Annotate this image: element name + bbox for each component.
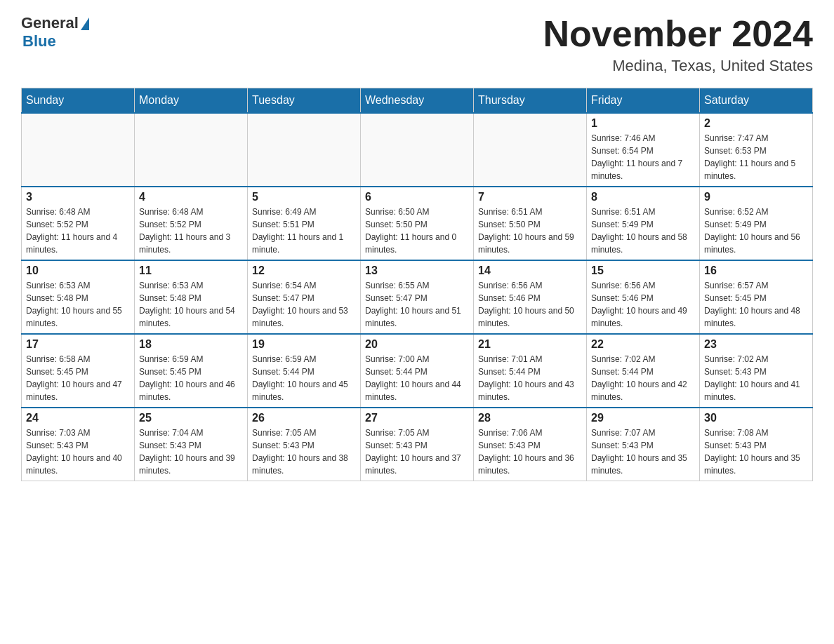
calendar-cell: 14Sunrise: 6:56 AMSunset: 5:46 PMDayligh… — [474, 260, 587, 334]
day-info: Sunrise: 7:05 AMSunset: 5:43 PMDaylight:… — [365, 427, 469, 477]
day-info: Sunrise: 6:59 AMSunset: 5:45 PMDaylight:… — [139, 353, 243, 403]
day-number: 4 — [139, 191, 243, 203]
day-info: Sunrise: 6:49 AMSunset: 5:51 PMDaylight:… — [252, 206, 356, 256]
calendar-cell: 26Sunrise: 7:05 AMSunset: 5:43 PMDayligh… — [248, 408, 361, 481]
day-number: 22 — [591, 338, 695, 351]
day-number: 29 — [591, 412, 695, 424]
day-number: 25 — [139, 412, 243, 424]
calendar-cell: 6Sunrise: 6:50 AMSunset: 5:50 PMDaylight… — [361, 187, 474, 260]
day-info: Sunrise: 6:51 AMSunset: 5:49 PMDaylight:… — [591, 206, 695, 256]
day-number: 7 — [478, 191, 582, 203]
day-info: Sunrise: 6:55 AMSunset: 5:47 PMDaylight:… — [365, 279, 469, 330]
calendar-cell: 13Sunrise: 6:55 AMSunset: 5:47 PMDayligh… — [361, 260, 474, 334]
calendar-cell: 29Sunrise: 7:07 AMSunset: 5:43 PMDayligh… — [587, 408, 700, 481]
calendar-cell — [22, 113, 135, 187]
day-number: 18 — [139, 338, 243, 351]
calendar-cell: 1Sunrise: 7:46 AMSunset: 6:54 PMDaylight… — [587, 113, 700, 187]
calendar-cell: 19Sunrise: 6:59 AMSunset: 5:44 PMDayligh… — [248, 334, 361, 408]
day-number: 11 — [139, 264, 243, 277]
day-info: Sunrise: 7:47 AMSunset: 6:53 PMDaylight:… — [704, 132, 808, 182]
calendar-cell: 17Sunrise: 6:58 AMSunset: 5:45 PMDayligh… — [22, 334, 135, 408]
day-info: Sunrise: 7:01 AMSunset: 5:44 PMDaylight:… — [478, 353, 582, 403]
day-number: 10 — [26, 264, 130, 277]
weekday-header-monday: Monday — [135, 88, 248, 114]
weekday-header-sunday: Sunday — [22, 88, 135, 114]
week-row-5: 24Sunrise: 7:03 AMSunset: 5:43 PMDayligh… — [22, 408, 813, 481]
title-block: November 2024 Medina, Texas, United Stat… — [543, 14, 813, 75]
day-info: Sunrise: 6:50 AMSunset: 5:50 PMDaylight:… — [365, 206, 469, 256]
day-number: 9 — [704, 191, 808, 203]
logo-general-text: General — [21, 14, 79, 32]
day-info: Sunrise: 6:48 AMSunset: 5:52 PMDaylight:… — [26, 206, 130, 256]
day-number: 8 — [591, 191, 695, 203]
day-number: 24 — [26, 412, 130, 424]
weekday-header-wednesday: Wednesday — [361, 88, 474, 114]
weekday-header-saturday: Saturday — [700, 88, 813, 114]
day-info: Sunrise: 7:07 AMSunset: 5:43 PMDaylight:… — [591, 427, 695, 477]
calendar-cell: 11Sunrise: 6:53 AMSunset: 5:48 PMDayligh… — [135, 260, 248, 334]
day-info: Sunrise: 6:53 AMSunset: 5:48 PMDaylight:… — [139, 279, 243, 330]
day-info: Sunrise: 6:59 AMSunset: 5:44 PMDaylight:… — [252, 353, 356, 403]
calendar-cell: 3Sunrise: 6:48 AMSunset: 5:52 PMDaylight… — [22, 187, 135, 260]
logo-triangle-icon — [81, 18, 89, 30]
day-number: 20 — [365, 338, 469, 351]
calendar-cell — [361, 113, 474, 187]
calendar-cell: 7Sunrise: 6:51 AMSunset: 5:50 PMDaylight… — [474, 187, 587, 260]
calendar-title: November 2024 — [543, 14, 813, 54]
calendar-cell: 18Sunrise: 6:59 AMSunset: 5:45 PMDayligh… — [135, 334, 248, 408]
weekday-header-thursday: Thursday — [474, 88, 587, 114]
calendar-cell: 15Sunrise: 6:56 AMSunset: 5:46 PMDayligh… — [587, 260, 700, 334]
day-info: Sunrise: 6:58 AMSunset: 5:45 PMDaylight:… — [26, 353, 130, 403]
day-info: Sunrise: 6:56 AMSunset: 5:46 PMDaylight:… — [591, 279, 695, 330]
calendar-cell: 2Sunrise: 7:47 AMSunset: 6:53 PMDaylight… — [700, 113, 813, 187]
calendar-cell: 24Sunrise: 7:03 AMSunset: 5:43 PMDayligh… — [22, 408, 135, 481]
calendar-cell: 20Sunrise: 7:00 AMSunset: 5:44 PMDayligh… — [361, 334, 474, 408]
calendar-cell: 23Sunrise: 7:02 AMSunset: 5:43 PMDayligh… — [700, 334, 813, 408]
day-number: 17 — [26, 338, 130, 351]
week-row-2: 3Sunrise: 6:48 AMSunset: 5:52 PMDaylight… — [22, 187, 813, 260]
calendar-cell: 9Sunrise: 6:52 AMSunset: 5:49 PMDaylight… — [700, 187, 813, 260]
calendar-header-row: SundayMondayTuesdayWednesdayThursdayFrid… — [22, 88, 813, 114]
day-number: 13 — [365, 264, 469, 277]
day-info: Sunrise: 6:56 AMSunset: 5:46 PMDaylight:… — [478, 279, 582, 330]
day-info: Sunrise: 7:02 AMSunset: 5:44 PMDaylight:… — [591, 353, 695, 403]
day-info: Sunrise: 7:06 AMSunset: 5:43 PMDaylight:… — [478, 427, 582, 477]
calendar-cell: 25Sunrise: 7:04 AMSunset: 5:43 PMDayligh… — [135, 408, 248, 481]
day-number: 21 — [478, 338, 582, 351]
calendar-cell: 5Sunrise: 6:49 AMSunset: 5:51 PMDaylight… — [248, 187, 361, 260]
calendar-cell: 12Sunrise: 6:54 AMSunset: 5:47 PMDayligh… — [248, 260, 361, 334]
day-number: 23 — [704, 338, 808, 351]
day-info: Sunrise: 7:03 AMSunset: 5:43 PMDaylight:… — [26, 427, 130, 477]
day-number: 1 — [591, 117, 695, 130]
day-number: 26 — [252, 412, 356, 424]
day-number: 5 — [252, 191, 356, 203]
calendar-table: SundayMondayTuesdayWednesdayThursdayFrid… — [21, 88, 813, 481]
day-number: 2 — [704, 117, 808, 130]
weekday-header-friday: Friday — [587, 88, 700, 114]
day-info: Sunrise: 7:04 AMSunset: 5:43 PMDaylight:… — [139, 427, 243, 477]
calendar-cell — [474, 113, 587, 187]
calendar-cell: 27Sunrise: 7:05 AMSunset: 5:43 PMDayligh… — [361, 408, 474, 481]
day-number: 30 — [704, 412, 808, 424]
day-info: Sunrise: 7:00 AMSunset: 5:44 PMDaylight:… — [365, 353, 469, 403]
day-number: 16 — [704, 264, 808, 277]
day-info: Sunrise: 6:57 AMSunset: 5:45 PMDaylight:… — [704, 279, 808, 330]
day-number: 14 — [478, 264, 582, 277]
calendar-cell: 16Sunrise: 6:57 AMSunset: 5:45 PMDayligh… — [700, 260, 813, 334]
day-info: Sunrise: 6:54 AMSunset: 5:47 PMDaylight:… — [252, 279, 356, 330]
day-number: 28 — [478, 412, 582, 424]
day-info: Sunrise: 6:52 AMSunset: 5:49 PMDaylight:… — [704, 206, 808, 256]
calendar-subtitle: Medina, Texas, United States — [543, 57, 813, 75]
logo: General Blue — [21, 14, 89, 51]
day-number: 12 — [252, 264, 356, 277]
week-row-1: 1Sunrise: 7:46 AMSunset: 6:54 PMDaylight… — [22, 113, 813, 187]
calendar-cell: 4Sunrise: 6:48 AMSunset: 5:52 PMDaylight… — [135, 187, 248, 260]
day-info: Sunrise: 6:51 AMSunset: 5:50 PMDaylight:… — [478, 206, 582, 256]
calendar-cell: 8Sunrise: 6:51 AMSunset: 5:49 PMDaylight… — [587, 187, 700, 260]
day-number: 3 — [26, 191, 130, 203]
week-row-4: 17Sunrise: 6:58 AMSunset: 5:45 PMDayligh… — [22, 334, 813, 408]
day-info: Sunrise: 6:53 AMSunset: 5:48 PMDaylight:… — [26, 279, 130, 330]
calendar-cell: 10Sunrise: 6:53 AMSunset: 5:48 PMDayligh… — [22, 260, 135, 334]
calendar-cell: 30Sunrise: 7:08 AMSunset: 5:43 PMDayligh… — [700, 408, 813, 481]
day-info: Sunrise: 6:48 AMSunset: 5:52 PMDaylight:… — [139, 206, 243, 256]
